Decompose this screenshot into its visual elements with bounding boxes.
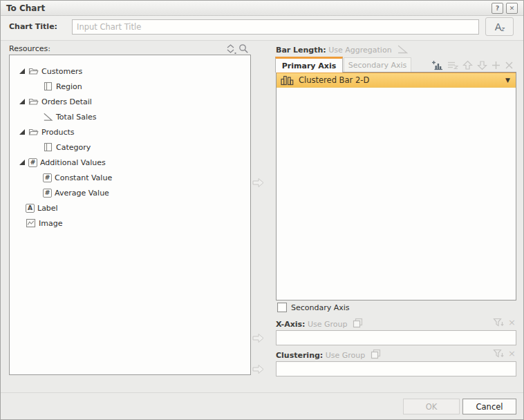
folder-icon [28,127,39,137]
tree-item-label: Products [41,128,75,137]
label-icon: A [26,204,35,213]
clustering-filter-icon[interactable] [493,349,504,361]
tree-item[interactable]: #Average Value [10,185,250,200]
clustering-clear-icon[interactable]: × [508,348,516,359]
dropdown-caret-icon[interactable]: ▼ [505,77,510,84]
tree-item[interactable]: Products [10,124,250,140]
x-axis-use-group-icon[interactable] [353,318,363,330]
titlebar: To Chart ? ✕ [1,1,523,16]
x-axis-input[interactable] [276,330,516,345]
expander-icon[interactable] [19,160,25,165]
series-list-icon[interactable] [447,60,458,70]
transfer-arrow-icon [252,178,265,190]
selected-series-label: Clustered Bar 2-D [299,75,505,85]
tree-item[interactable]: Total Sales [10,109,250,124]
close-button[interactable]: ✕ [506,3,518,14]
folder-icon [28,66,39,76]
clustering-input[interactable] [276,361,516,376]
tree-item[interactable]: #Constant Value [10,170,250,185]
move-down-icon[interactable] [477,60,487,70]
cancel-button[interactable]: Cancel [462,399,516,414]
series-toolbar [432,59,514,71]
transfer-arrow-icon [252,333,265,345]
column-icon [43,82,53,91]
tree-item-label: Total Sales [56,113,96,122]
tree-item-label: Customers [41,67,82,76]
column-icon [43,142,53,152]
clustering-hint: Use Group [326,351,366,360]
x-axis-clear-icon[interactable]: × [508,317,516,327]
tree-item-label: Additional Values [40,158,106,167]
add-series-chart-icon[interactable] [432,60,443,70]
selected-series-row[interactable]: Clustered Bar 2-D ▼ [277,73,516,88]
x-axis-label: X-Axis: [276,320,305,329]
transfer-arrow-icon [252,364,265,376]
resources-tree: CustomersRegionOrders DetailTotal SalesP… [9,55,251,375]
x-axis-filter-icon[interactable] [493,318,504,330]
measure-icon [43,112,53,122]
footer-divider [1,392,523,393]
tree-item-label: Average Value [55,189,109,198]
tree-item[interactable]: #Additional Values [10,155,250,170]
aggregation-icon[interactable] [397,44,409,56]
image-icon [26,218,36,228]
remove-icon[interactable] [505,61,514,70]
add-icon[interactable] [492,61,500,70]
tree-item-label: Constant Value [55,173,112,182]
number-icon: # [43,189,52,198]
secondary-axis-label: Secondary Axis [291,303,350,312]
expander-icon[interactable] [19,68,25,74]
bar-length-label: Bar Length: [276,46,326,55]
window-title: To Chart [6,3,489,13]
tab-primary-axis[interactable]: Primary Axis [275,57,343,73]
font-style-button[interactable]: Az [485,17,514,36]
move-up-icon[interactable] [462,60,473,70]
series-list: Clustered Bar 2-D ▼ [276,72,516,300]
tree-item[interactable]: ALabel [10,200,250,216]
tree-item-label: Label [37,204,58,213]
number-icon: # [28,158,37,167]
tree-item-label: Orders Detail [41,97,92,106]
bar-length-hint: Use Aggregation [328,46,391,55]
x-axis-hint: Use Group [308,320,348,329]
tree-item[interactable]: Image [10,216,250,231]
tab-secondary-axis[interactable]: Secondary Axis [344,57,411,72]
chart-title-label: Chart Title: [9,22,57,31]
chart-title-input[interactable] [72,19,479,35]
tree-item-label: Region [56,82,82,91]
tree-item[interactable]: Customers [10,64,250,79]
folder-icon [28,97,39,106]
clustering-use-group-icon[interactable] [371,349,381,361]
secondary-axis-checkbox[interactable] [277,303,287,312]
tree-item-label: Category [56,143,91,152]
tree-item[interactable]: Region [10,79,250,94]
ok-button[interactable]: OK [403,399,460,414]
help-button[interactable]: ? [492,3,503,14]
expander-icon[interactable] [19,129,25,135]
resources-label: Resources: [9,44,50,53]
number-icon: # [43,173,52,182]
to-chart-dialog: To Chart ? ✕ Chart Title: Az Resources: … [0,0,524,420]
clustering-label: Clustering: [276,351,323,360]
expander-icon[interactable] [19,99,25,104]
tree-item[interactable]: Category [10,140,250,155]
clustered-bar-icon [281,75,294,86]
tree-item-label: Image [39,219,62,228]
tree-item[interactable]: Orders Detail [10,94,250,109]
